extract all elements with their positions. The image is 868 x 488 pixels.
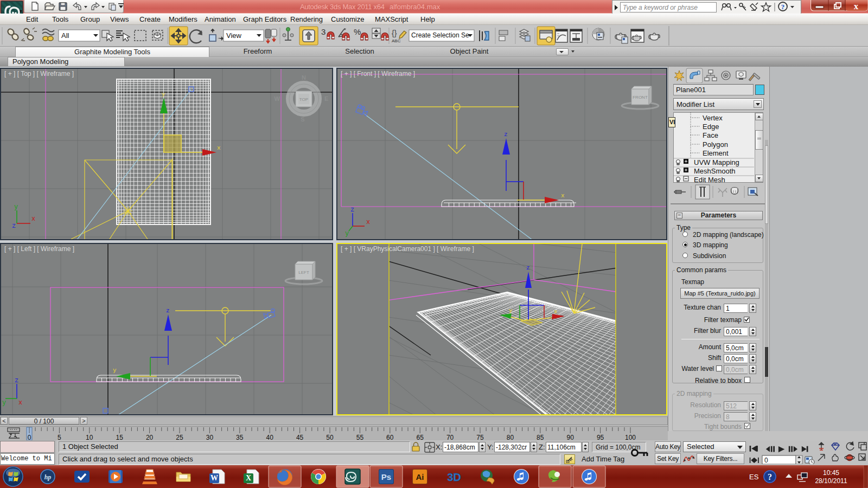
svg-text:E: E: [324, 95, 328, 102]
svg-text:N: N: [302, 74, 306, 81]
svg-text:W: W: [275, 95, 280, 102]
svg-text:y: y: [113, 367, 117, 374]
svg-text:Ps: Ps: [381, 472, 391, 481]
svg-text:MeshSmooth: MeshSmooth: [694, 167, 736, 175]
svg-text:All: All: [61, 31, 69, 40]
svg-text:z: z: [166, 307, 170, 314]
svg-text:z: z: [504, 131, 508, 138]
svg-text:z: z: [12, 222, 16, 230]
svg-text:?: ?: [781, 3, 785, 11]
svg-text:3: 3: [321, 27, 326, 36]
svg-text:S: S: [301, 116, 304, 123]
svg-text:Vertex: Vertex: [703, 114, 723, 122]
svg-text:Face: Face: [703, 131, 718, 139]
svg-text:0: 0: [764, 457, 768, 464]
svg-text:X: X: [246, 474, 251, 482]
svg-text:x: x: [217, 145, 221, 151]
svg-text:ABC: ABC: [392, 38, 401, 43]
svg-text:[ + ] [ VRayPhysicalCamera001: [ + ] [ VRayPhysicalCamera001 ] [ Wirefr…: [341, 245, 474, 253]
svg-text:y: y: [162, 91, 165, 98]
svg-text:%: %: [354, 27, 361, 36]
svg-text:3D: 3D: [447, 471, 461, 483]
svg-text:TOP: TOP: [299, 97, 308, 102]
svg-text:[ + ] [ Top ] [ Wireframe ]: [ + ] [ Top ] [ Wireframe ]: [4, 70, 74, 78]
svg-text:x: x: [18, 399, 22, 407]
svg-text:UVW Mapping: UVW Mapping: [694, 158, 739, 166]
svg-text:?: ?: [768, 472, 772, 481]
svg-text:x: x: [31, 215, 35, 223]
svg-text:Create Selection Se: Create Selection Se: [411, 31, 469, 39]
svg-text:y: y: [2, 399, 6, 407]
svg-text:x: x: [554, 309, 558, 315]
svg-text:[ + ] [ Front ] [ Wireframe ]: [ + ] [ Front ] [ Wireframe ]: [341, 70, 415, 78]
svg-text:LEFT: LEFT: [298, 270, 309, 275]
svg-text:x: x: [366, 219, 370, 226]
svg-text:Edit Mesh: Edit Mesh: [694, 176, 725, 182]
svg-text:z: z: [350, 206, 354, 214]
svg-text:x: x: [561, 192, 565, 199]
svg-text:W: W: [210, 474, 218, 482]
svg-text:View: View: [226, 31, 242, 40]
svg-text:[ + ] [ Left ] [ Wireframe ]: [ + ] [ Left ] [ Wireframe ]: [4, 245, 74, 253]
svg-text:10:45: 10:45: [823, 469, 839, 477]
svg-text:{}: {}: [392, 29, 397, 37]
svg-text:z: z: [15, 377, 18, 384]
svg-text:28/10/2011: 28/10/2011: [815, 477, 847, 485]
svg-text:Element: Element: [703, 149, 729, 157]
svg-text:Ai: Ai: [416, 472, 424, 481]
svg-text:y: y: [14, 203, 18, 211]
svg-text:x: x: [854, 1, 859, 11]
svg-text:y: y: [509, 307, 513, 314]
svg-text:y: y: [345, 230, 349, 237]
svg-text:FRONT: FRONT: [633, 95, 648, 100]
svg-text:z: z: [526, 265, 530, 271]
svg-text:Edge: Edge: [703, 123, 719, 131]
svg-text:hp: hp: [44, 473, 52, 481]
svg-text:ES: ES: [749, 473, 759, 481]
svg-text:Polygon: Polygon: [703, 140, 728, 149]
